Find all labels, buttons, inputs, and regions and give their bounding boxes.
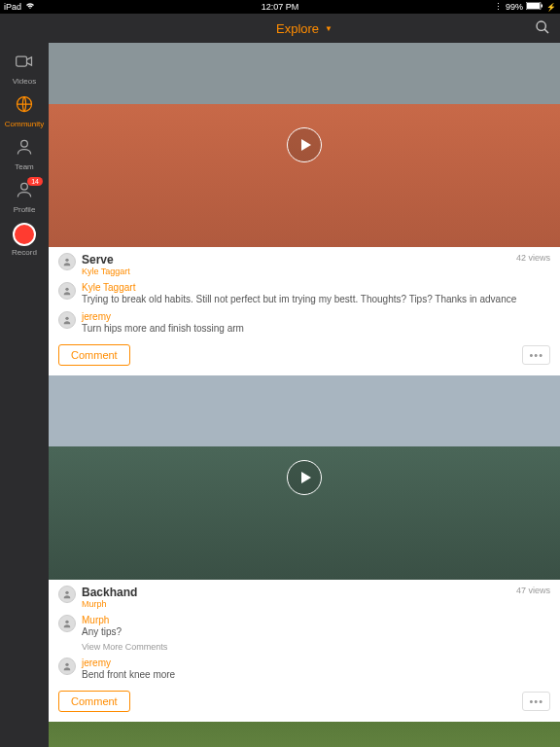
comment: jeremy Bend front knee more [58, 658, 550, 681]
sidebar-label: Videos [13, 77, 36, 86]
avatar[interactable] [58, 615, 76, 632]
post-author[interactable]: Kyle Taggart [82, 267, 550, 276]
notification-badge: 14 [27, 177, 43, 186]
comment: Murph Any tips? [58, 615, 550, 638]
post-author[interactable]: Murph [82, 599, 550, 609]
record-icon [13, 223, 36, 246]
comment-author[interactable]: jeremy [82, 311, 550, 322]
sidebar-item-videos[interactable]: Videos [0, 47, 49, 89]
bluetooth-icon: ⋮ [494, 2, 503, 12]
comment-text: Trying to break old habits. Still not pe… [82, 293, 550, 305]
wifi-icon [25, 2, 35, 12]
view-more-comments[interactable]: View More Comments [82, 642, 550, 652]
svg-point-10 [65, 288, 68, 291]
svg-point-9 [65, 259, 68, 262]
sidebar-label: Record [12, 248, 37, 257]
battery-percent: 99% [506, 2, 523, 12]
svg-rect-2 [542, 5, 543, 8]
app-header: Explore ▼ [49, 14, 560, 43]
play-icon [287, 460, 322, 495]
comment-button[interactable]: Comment [58, 691, 130, 712]
comment: jeremy Turn hips more and finish tossing… [58, 311, 550, 335]
video-thumbnail[interactable] [49, 375, 560, 580]
comment-author[interactable]: jeremy [82, 658, 550, 668]
svg-line-8 [544, 29, 548, 33]
svg-point-11 [65, 317, 68, 320]
video-thumbnail[interactable] [49, 722, 560, 747]
comment-author[interactable]: Murph [82, 615, 550, 625]
post-title: Backhand [82, 586, 550, 599]
sidebar-item-team[interactable]: Team [0, 132, 49, 175]
sidebar-label: Team [15, 162, 34, 171]
sidebar-item-community[interactable]: Community [0, 89, 49, 132]
sidebar-item-record[interactable]: Record [0, 218, 49, 261]
comment-button[interactable]: Comment [58, 344, 130, 366]
explore-dropdown[interactable]: Explore ▼ [276, 21, 332, 36]
svg-point-7 [537, 21, 545, 30]
feed: Serve Kyle Taggart 42 views Kyle Taggart… [49, 43, 560, 747]
battery-icon [526, 2, 543, 12]
sidebar-item-profile[interactable]: 14 Profile [0, 175, 49, 218]
post-card: Serve Kyle Taggart 42 views Kyle Taggart… [49, 43, 560, 747]
sidebar-label: Community [5, 120, 44, 128]
clock: 12:07 PM [262, 2, 299, 12]
play-icon [287, 127, 322, 162]
svg-point-13 [65, 621, 68, 623]
svg-rect-3 [17, 56, 27, 66]
comment: Kyle Taggart Trying to break old habits.… [58, 282, 550, 305]
video-camera-icon [15, 52, 34, 75]
avatar[interactable] [58, 253, 76, 270]
avatar[interactable] [58, 282, 76, 300]
avatar[interactable] [58, 658, 76, 675]
svg-rect-1 [527, 3, 540, 9]
comment-text: Any tips? [82, 625, 550, 638]
comment-author[interactable]: Kyle Taggart [82, 282, 550, 293]
svg-point-6 [21, 183, 28, 190]
more-button[interactable]: ••• [522, 692, 550, 711]
view-count: 47 views [516, 586, 550, 595]
sidebar-label: Profile [14, 205, 36, 214]
globe-icon [15, 94, 34, 118]
post-title: Serve [82, 253, 550, 267]
charging-icon: ⚡ [546, 3, 556, 12]
device-label: iPad [4, 2, 21, 12]
sidebar: Videos Community Team 14 Profile Record [0, 14, 49, 747]
more-button[interactable]: ••• [522, 345, 550, 365]
team-icon [15, 137, 34, 160]
svg-point-12 [65, 591, 68, 594]
svg-point-5 [21, 140, 28, 147]
status-bar: iPad 12:07 PM ⋮ 99% ⚡ [0, 0, 560, 14]
avatar[interactable] [58, 311, 76, 329]
chevron-down-icon: ▼ [325, 24, 332, 33]
video-thumbnail[interactable] [49, 43, 560, 247]
header-title-text: Explore [276, 21, 319, 36]
comment-text: Turn hips more and finish tossing arm [82, 322, 550, 335]
avatar[interactable] [58, 586, 76, 603]
search-icon[interactable] [535, 19, 550, 38]
svg-point-14 [65, 663, 68, 666]
view-count: 42 views [516, 253, 550, 263]
comment-text: Bend front knee more [82, 668, 550, 681]
